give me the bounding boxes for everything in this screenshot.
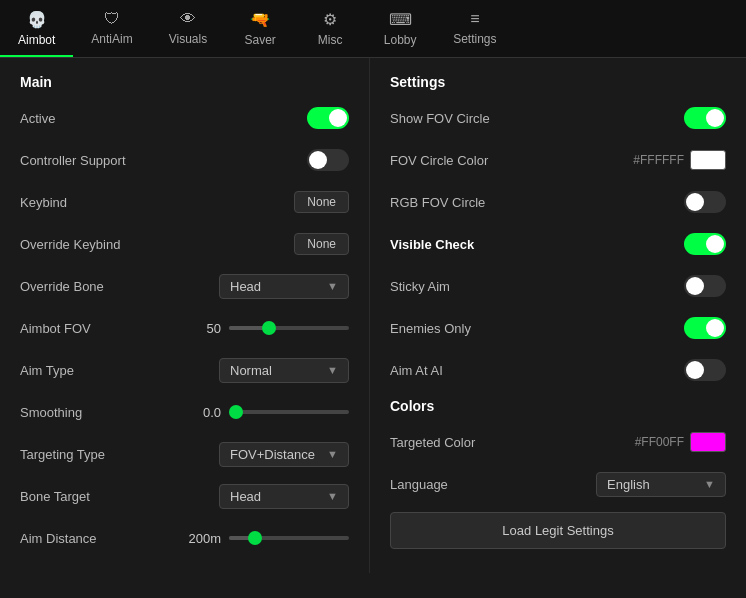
label-active: Active [20, 111, 55, 126]
toggle-rgb-fov-circle[interactable] [684, 191, 726, 213]
aimbot-icon: 💀 [27, 10, 47, 29]
nav-label-saver: Saver [244, 33, 275, 47]
bone-target-value: Head [230, 489, 261, 504]
row-fov-circle-color: FOV Circle Color #FFFFFF [390, 146, 726, 174]
nav-label-settings: Settings [453, 32, 496, 46]
row-sticky-aim: Sticky Aim [390, 272, 726, 300]
nav-item-saver[interactable]: 🔫 Saver [225, 0, 295, 57]
label-aim-at-ai: Aim At AI [390, 363, 443, 378]
label-enemies-only: Enemies Only [390, 321, 471, 336]
row-show-fov-circle: Show FOV Circle [390, 104, 726, 132]
language-value: English [607, 477, 650, 492]
nav-item-visuals[interactable]: 👁 Visuals [151, 0, 225, 57]
toggle-active[interactable] [307, 107, 349, 129]
label-language: Language [390, 477, 448, 492]
settings-icon: ≡ [470, 10, 479, 28]
targeted-color-swatch[interactable] [690, 432, 726, 452]
settings-section-title: Settings [390, 74, 726, 90]
aim-distance-slider-track[interactable] [229, 536, 349, 540]
row-targeted-color: Targeted Color #FF00FF [390, 428, 726, 456]
row-bone-target: Bone Target Head ▼ [20, 482, 349, 510]
aim-distance-value: 200m [185, 531, 221, 546]
chevron-down-icon: ▼ [327, 280, 338, 292]
left-panel: Main Active Controller Support Keybind N… [0, 58, 370, 573]
nav-label-antiaim: AntiAim [91, 32, 132, 46]
dropdown-aim-type[interactable]: Normal ▼ [219, 358, 349, 383]
load-legit-settings-button[interactable]: Load Legit Settings [390, 512, 726, 549]
targeted-color-row: #FF00FF [635, 432, 726, 452]
saver-icon: 🔫 [250, 10, 270, 29]
keybind-value[interactable]: None [294, 191, 349, 213]
nav-item-aimbot[interactable]: 💀 Aimbot [0, 0, 73, 57]
label-override-keybind: Override Keybind [20, 237, 120, 252]
toggle-controller-support[interactable] [307, 149, 349, 171]
fov-color-hex: #FFFFFF [633, 153, 684, 167]
row-override-bone: Override Bone Head ▼ [20, 272, 349, 300]
row-aimbot-fov: Aimbot FOV 50 [20, 314, 349, 342]
nav-bar: 💀 Aimbot 🛡 AntiAim 👁 Visuals 🔫 Saver ⚙ M… [0, 0, 746, 58]
aim-type-value: Normal [230, 363, 272, 378]
label-bone-target: Bone Target [20, 489, 90, 504]
override-bone-value: Head [230, 279, 261, 294]
nav-label-visuals: Visuals [169, 32, 207, 46]
label-aim-distance: Aim Distance [20, 531, 97, 546]
main-content: Main Active Controller Support Keybind N… [0, 58, 746, 573]
nav-label-aimbot: Aimbot [18, 33, 55, 47]
row-keybind: Keybind None [20, 188, 349, 216]
row-override-keybind: Override Keybind None [20, 230, 349, 258]
label-keybind: Keybind [20, 195, 67, 210]
dropdown-language[interactable]: English ▼ [596, 472, 726, 497]
slider-row-smoothing: 0.0 [185, 405, 349, 420]
misc-icon: ⚙ [323, 10, 337, 29]
smoothing-value: 0.0 [185, 405, 221, 420]
fov-color-swatch[interactable] [690, 150, 726, 170]
override-keybind-value[interactable]: None [294, 233, 349, 255]
colors-section-title: Colors [390, 398, 726, 414]
label-targeted-color: Targeted Color [390, 435, 475, 450]
label-show-fov-circle: Show FOV Circle [390, 111, 490, 126]
row-aim-type: Aim Type Normal ▼ [20, 356, 349, 384]
fov-slider-track[interactable] [229, 326, 349, 330]
chevron-down-icon: ▼ [327, 448, 338, 460]
dropdown-override-bone[interactable]: Head ▼ [219, 274, 349, 299]
row-aim-distance: Aim Distance 200m [20, 524, 349, 552]
toggle-aim-at-ai[interactable] [684, 359, 726, 381]
nav-item-lobby[interactable]: ⌨ Lobby [365, 0, 435, 57]
label-controller-support: Controller Support [20, 153, 126, 168]
toggle-enemies-only[interactable] [684, 317, 726, 339]
toggle-show-fov-circle[interactable] [684, 107, 726, 129]
smoothing-slider-thumb[interactable] [229, 405, 243, 419]
row-visible-check: Visible Check [390, 230, 726, 258]
nav-item-settings[interactable]: ≡ Settings [435, 0, 514, 57]
slider-row-fov: 50 [185, 321, 349, 336]
nav-item-misc[interactable]: ⚙ Misc [295, 0, 365, 57]
fov-slider-thumb[interactable] [262, 321, 276, 335]
fov-color-row: #FFFFFF [633, 150, 726, 170]
aim-distance-slider-thumb[interactable] [248, 531, 262, 545]
visuals-icon: 👁 [180, 10, 196, 28]
nav-item-antiaim[interactable]: 🛡 AntiAim [73, 0, 150, 57]
chevron-down-icon: ▼ [327, 490, 338, 502]
label-aim-type: Aim Type [20, 363, 74, 378]
row-active: Active [20, 104, 349, 132]
targeting-type-value: FOV+Distance [230, 447, 315, 462]
fov-value: 50 [185, 321, 221, 336]
antiaim-icon: 🛡 [104, 10, 120, 28]
left-panel-title: Main [20, 74, 349, 90]
row-controller-support: Controller Support [20, 146, 349, 174]
right-panel: Settings Show FOV Circle FOV Circle Colo… [370, 58, 746, 573]
dropdown-targeting-type[interactable]: FOV+Distance ▼ [219, 442, 349, 467]
row-enemies-only: Enemies Only [390, 314, 726, 342]
label-fov-circle-color: FOV Circle Color [390, 153, 488, 168]
toggle-visible-check[interactable] [684, 233, 726, 255]
slider-row-distance: 200m [185, 531, 349, 546]
chevron-down-icon: ▼ [327, 364, 338, 376]
dropdown-bone-target[interactable]: Head ▼ [219, 484, 349, 509]
nav-label-misc: Misc [318, 33, 343, 47]
label-override-bone: Override Bone [20, 279, 104, 294]
toggle-sticky-aim[interactable] [684, 275, 726, 297]
lobby-icon: ⌨ [389, 10, 412, 29]
row-rgb-fov-circle: RGB FOV Circle [390, 188, 726, 216]
smoothing-slider-track[interactable] [229, 410, 349, 414]
targeted-color-hex: #FF00FF [635, 435, 684, 449]
